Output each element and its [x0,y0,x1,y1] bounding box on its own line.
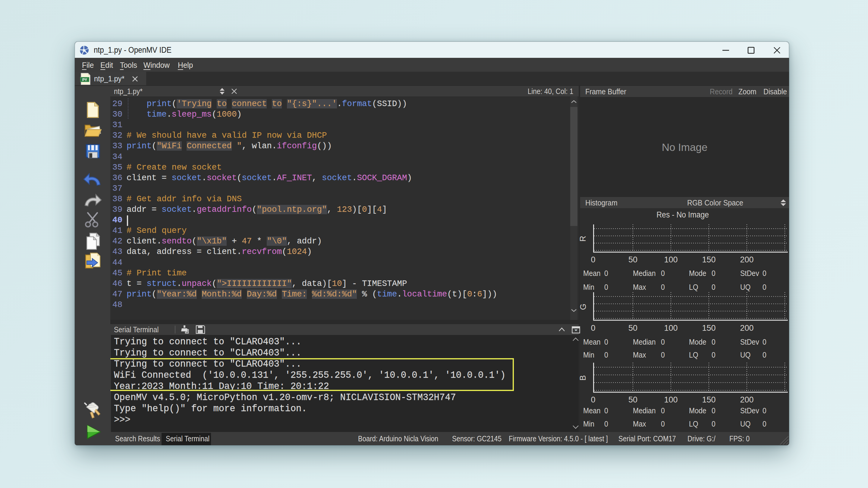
svg-text:PY: PY [82,78,87,82]
